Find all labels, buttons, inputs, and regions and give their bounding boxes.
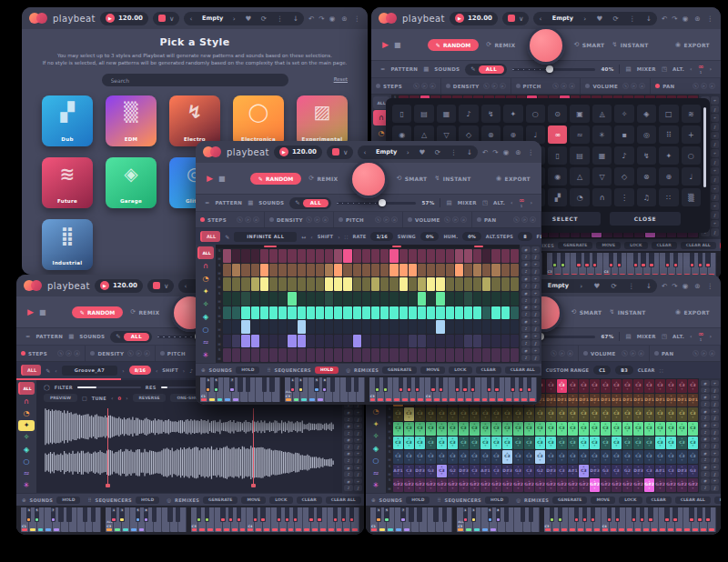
step-cell[interactable] [325, 264, 333, 277]
step-cell[interactable] [325, 306, 333, 320]
pitch-cell[interactable]: C3 [568, 379, 578, 393]
waveform-display[interactable] [44, 405, 335, 487]
row-shift-icon[interactable]: ↕ [701, 457, 710, 464]
sounds-hold-button[interactable]: HOLD [406, 497, 430, 504]
pitch-cell[interactable]: C3 [470, 422, 480, 436]
pitch-cell[interactable]: C3 [633, 379, 643, 393]
sidebar-track-1-icon[interactable]: ∩ [18, 396, 35, 406]
smart-toggle[interactable]: ⟲SMART [573, 41, 604, 48]
step-cell[interactable] [482, 348, 490, 362]
step-cell[interactable] [427, 320, 435, 334]
redo-icon[interactable]: ↷ [492, 148, 498, 156]
sequencers-hold-button[interactable]: HOLD [136, 497, 159, 504]
smart-toggle[interactable]: ⟲SMART [396, 175, 427, 182]
pitch-cell[interactable]: C3 [666, 437, 676, 450]
preset-bar[interactable]: ‹ Empty › ♥ ⟳ ⋮ ↓ [358, 146, 478, 159]
pencil-icon[interactable]: ✎ [551, 350, 557, 356]
row-speaker-icon[interactable]: ◉ [344, 465, 353, 471]
pitch-cell[interactable]: C3 [612, 437, 622, 450]
step-cell[interactable] [260, 335, 268, 348]
step-cell[interactable] [288, 348, 296, 362]
black-key[interactable] [584, 253, 589, 267]
pitch-cell[interactable]: C3 [601, 407, 611, 421]
step-cell[interactable] [353, 292, 361, 306]
black-key[interactable] [237, 507, 241, 522]
black-key[interactable] [407, 377, 411, 392]
step-cell[interactable] [511, 264, 519, 277]
row-shift-icon[interactable]: ↕ [701, 429, 710, 436]
mixer-button[interactable]: MIXER [637, 66, 656, 72]
pitch-cell[interactable]: C3 [601, 379, 611, 393]
step-cell[interactable] [371, 292, 379, 306]
clear-button[interactable]: CLEAR [646, 497, 672, 504]
black-key[interactable] [152, 507, 157, 522]
black-key[interactable] [519, 377, 523, 392]
step-cell[interactable] [389, 306, 398, 320]
black-key[interactable] [591, 507, 595, 522]
pitch-cell[interactable]: C3 [601, 422, 611, 436]
step-cell[interactable] [436, 335, 444, 348]
solo-toggle[interactable]: S [217, 293, 222, 296]
pitch-cell[interactable]: C3 [491, 437, 501, 450]
black-key[interactable] [552, 253, 557, 267]
black-key[interactable] [205, 507, 209, 522]
pitch-cell[interactable]: C3 [459, 407, 469, 421]
pitch-cell[interactable]: G#2 [513, 478, 523, 492]
pitch-cell[interactable]: D#1 [546, 394, 556, 407]
generate-button[interactable]: GENERATE [203, 497, 238, 504]
random-button[interactable]: ✎RANDOM [428, 39, 479, 51]
black-key[interactable]: 7 [51, 507, 56, 522]
step-cell[interactable] [418, 249, 426, 263]
step-cell[interactable] [334, 320, 342, 334]
pitch-cell[interactable]: C3 [524, 422, 534, 436]
row-add-icon[interactable]: + [711, 202, 720, 210]
step-cell[interactable] [353, 320, 361, 334]
pencil-icon[interactable]: ✎ [225, 234, 229, 240]
pitch-cell[interactable]: D#1 [633, 394, 643, 407]
sound-cell[interactable]: □ [659, 105, 678, 123]
step-cell[interactable] [298, 348, 306, 362]
sample-name-field[interactable]: INFINITE ALL [234, 232, 297, 242]
step-cell[interactable] [288, 335, 296, 348]
black-key[interactable] [487, 377, 491, 392]
step-cell[interactable] [251, 292, 259, 306]
loop-prev-icon[interactable]: ‹ [511, 199, 513, 206]
mute-toggle[interactable]: M [387, 459, 392, 463]
sound-cell[interactable]: △ [570, 167, 589, 186]
row-shift-icon[interactable]: ↕ [344, 444, 353, 450]
sound-cell[interactable]: ◎ [637, 125, 656, 144]
bpm-value[interactable]: 120.00 [113, 282, 137, 289]
sounds-toggle[interactable]: SOUNDS [79, 334, 105, 339]
step-cell[interactable] [223, 249, 231, 263]
remixes-keys[interactable]: C3C4 [191, 507, 359, 532]
step-cell[interactable] [316, 264, 324, 277]
step-cell[interactable] [251, 264, 259, 277]
search-input[interactable] [102, 74, 288, 86]
step-cell[interactable] [473, 320, 481, 334]
lock-button[interactable]: LOCK [269, 497, 292, 504]
undo-icon[interactable]: ↶ [662, 282, 667, 290]
black-key[interactable] [333, 507, 338, 522]
loop-icon[interactable]: ⟳ [245, 216, 251, 223]
row-add-icon[interactable]: + [711, 220, 720, 228]
pitch-cell[interactable]: C3 [590, 450, 600, 464]
step-cell[interactable] [446, 264, 454, 277]
row-speaker-icon[interactable]: ◉ [701, 380, 710, 386]
step-cell[interactable] [427, 264, 435, 277]
black-key[interactable]: 8 [322, 377, 327, 392]
mute-toggle[interactable]: M [387, 446, 392, 449]
black-key[interactable] [415, 377, 420, 392]
step-cell[interactable] [501, 348, 510, 362]
step-cell[interactable] [446, 277, 454, 291]
step-cell[interactable] [446, 348, 454, 362]
pitch-cell[interactable]: D#1 [601, 394, 611, 407]
black-key[interactable] [705, 253, 710, 267]
clear-button[interactable]: CLEAR [297, 497, 322, 504]
pitch-cell[interactable]: C3 [535, 407, 545, 421]
next-preset-icon[interactable]: › [233, 15, 236, 23]
row-add-icon[interactable]: + [711, 478, 720, 485]
step-cell[interactable] [251, 320, 259, 334]
sound-cell[interactable]: ⠿ [659, 125, 678, 144]
pitch-cell[interactable]: C3 [535, 437, 545, 450]
play-button[interactable]: ▶ [382, 40, 389, 49]
